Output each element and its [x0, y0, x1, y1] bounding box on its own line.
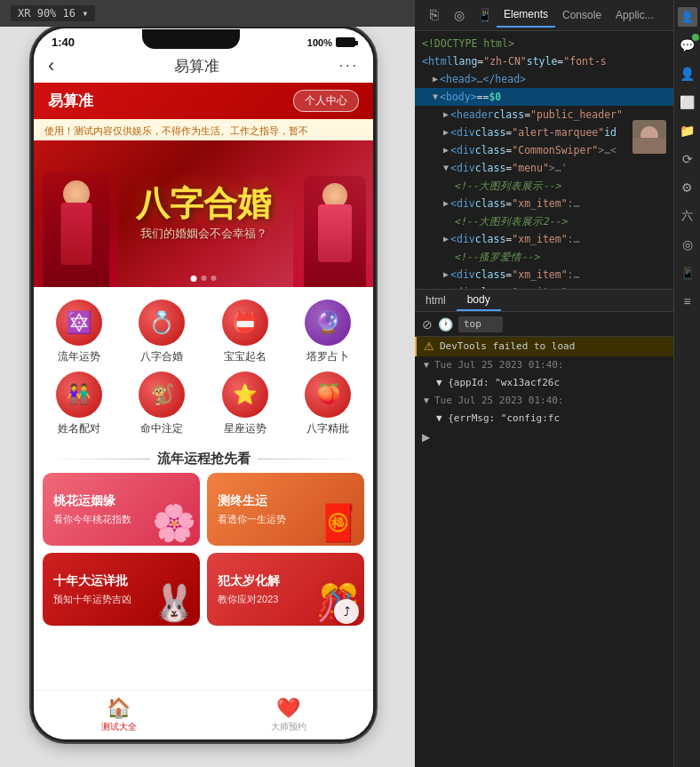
- info-timestamp-2: Tue Jul 25 2023 01:40:: [434, 393, 564, 409]
- warn-text: DevTools failed to load: [440, 339, 575, 355]
- nav-bar: ‹ 易算准 ···: [34, 51, 373, 83]
- nav-more-button[interactable]: ···: [339, 58, 359, 74]
- card-1-title: 测终生运: [218, 493, 286, 509]
- console-timer-icon[interactable]: 🕐: [438, 317, 453, 332]
- console-icon[interactable]: ⊘: [422, 317, 433, 332]
- sidebar-icon-chinese[interactable]: 六: [678, 206, 697, 226]
- menu-item-1[interactable]: 💍 八字合婚: [121, 296, 204, 368]
- card-0-desc: 看你今年桃花指数: [53, 513, 131, 525]
- card-2-icon: 🐰: [152, 582, 196, 624]
- menu-item-0[interactable]: 🔯 流年运势: [37, 296, 121, 368]
- sidebar-icon-box[interactable]: ⬜: [678, 92, 697, 112]
- sidebar-icon-settings[interactable]: ⚙: [678, 178, 697, 197]
- breadcrumb-body[interactable]: body: [457, 290, 501, 311]
- menu-item-5[interactable]: 🐒 命中注定: [121, 368, 204, 440]
- sidebar-icon-chat[interactable]: 💬: [678, 36, 697, 55]
- menu-icon-4: 👫: [56, 372, 102, 418]
- card-2[interactable]: 十年大运详批 预知十年运势吉凶 🐰: [43, 553, 200, 626]
- menu-item-6[interactable]: ⭐ 星座运势: [203, 368, 287, 440]
- console-filter-area: top: [458, 316, 503, 332]
- banner-sub-title: 我们的婚姻会不会幸福？: [140, 226, 267, 242]
- status-right: 100%: [307, 37, 355, 48]
- banner[interactable]: 八字合婚 我们的婚姻会不会幸福？: [34, 140, 373, 287]
- nav-back-button[interactable]: ‹: [48, 54, 54, 77]
- sidebar-icon-folder[interactable]: 📁: [678, 121, 697, 140]
- banner-dots: [191, 276, 217, 282]
- menu-item-3[interactable]: 🔮 塔罗占卜: [287, 296, 370, 368]
- tree-line-head[interactable]: ▶ <head>…</head>: [415, 70, 673, 88]
- menu-icon-1: 💍: [139, 300, 185, 346]
- console-filter-text[interactable]: top: [464, 318, 481, 330]
- menu-item-4[interactable]: 👫 姓名配对: [37, 368, 121, 440]
- tree-line-comment3: <!--搔罗爱情-->: [415, 248, 673, 266]
- tree-line-xm1[interactable]: ▶ <div class="xm_item":…: [415, 195, 673, 212]
- card-0-title: 桃花运姻缘: [53, 493, 131, 509]
- collapse-arrow-2[interactable]: ▼: [422, 393, 431, 409]
- menu-icon-7: 🍑: [305, 372, 351, 418]
- devtools-tab-console[interactable]: Console: [555, 4, 609, 27]
- devtools-tab-elements[interactable]: Elements: [497, 3, 555, 28]
- tab-item-1[interactable]: ❤️ 大师预约: [203, 693, 373, 737]
- banner-content: 八字合婚 我们的婚姻会不会幸福？: [136, 187, 271, 242]
- menu-label-3: 塔罗占卜: [306, 349, 349, 364]
- tree-avatar-area: ▶ <div class="alert-marquee" id: [415, 124, 673, 141]
- sidebar-icon-person[interactable]: 👤: [678, 64, 697, 84]
- card-2-title: 十年大运详批: [53, 573, 131, 589]
- sidebar-icon-phone[interactable]: 📱: [678, 263, 697, 283]
- banner-dot-1[interactable]: [191, 276, 197, 282]
- warn-icon: ⚠: [424, 339, 434, 355]
- menu-item-2[interactable]: 📛 宝宝起名: [203, 296, 287, 368]
- card-0-icon: 🌸: [152, 502, 196, 544]
- tab-label-1: 大师预约: [271, 721, 306, 733]
- sidebar-icon-circle[interactable]: ◎: [678, 235, 697, 254]
- tree-line-xm3[interactable]: ▶ <div class="xm_item":…: [415, 266, 673, 284]
- section-title: 流年运程抢先看: [157, 451, 251, 467]
- tree-line-xm2[interactable]: ▶ <div class="xm_item":…: [415, 230, 673, 248]
- sidebar-icon-avatar[interactable]: 👤: [678, 7, 697, 27]
- banner-figure-right: [293, 167, 373, 287]
- menu-label-5: 命中注定: [140, 421, 183, 436]
- card-2-desc: 预知十年运势吉凶: [53, 593, 131, 605]
- share-button[interactable]: ⤴: [334, 599, 359, 624]
- tree-line-body[interactable]: ▼ <body> == $0: [415, 88, 673, 106]
- sidebar-icon-menu[interactable]: ≡: [678, 292, 697, 311]
- tree-line-comment2: <!--大图列表展示2-->: [415, 212, 673, 230]
- info-content-1[interactable]: ▼ {appId: "wx13acf26c: [436, 377, 560, 388]
- card-1[interactable]: 测终生运 看透你一生运势 🧧: [207, 473, 364, 546]
- devtools-icon-copy[interactable]: ⎘: [422, 3, 447, 28]
- tab-item-0[interactable]: 🏠 测试大全: [34, 693, 203, 737]
- card-0-text: 桃花运姻缘 看你今年桃花指数: [53, 493, 131, 525]
- zoom-level[interactable]: XR 90% 16 ▾: [11, 5, 95, 21]
- console-collapse-row[interactable]: ▶: [415, 427, 673, 446]
- console-toolbar: ⊘ 🕐 top: [415, 312, 673, 337]
- devtools-main: ⎘ ◎ 📱 Elements Console Applic... <!DOCTY…: [415, 0, 673, 767]
- devtools-icon-inspect[interactable]: ◎: [447, 3, 472, 28]
- info-content-2[interactable]: ▼ {errMsg: "config:fc: [436, 412, 560, 424]
- tree-line-menu[interactable]: ▼ <div class="menu">…': [415, 159, 673, 177]
- devtools-tab-applic[interactable]: Applic...: [609, 4, 661, 27]
- card-3-desc: 教你应对2023: [218, 593, 280, 605]
- info-timestamp-1: Tue Jul 25 2023 01:40:: [434, 357, 564, 373]
- tree-line-html[interactable]: <html lang="zh-CN" style="font-s: [415, 52, 673, 70]
- devtools-breadcrumb-bar: html body: [415, 289, 673, 312]
- banner-dot-2[interactable]: [202, 276, 207, 281]
- phone-area: 1:40 100% ‹ 易算准 ··· 易算准 个人中心 使用！测试内容仅供娱乐…: [0, 0, 415, 767]
- sidebar-icon-refresh[interactable]: ⟳: [678, 149, 697, 169]
- devtools-icon-device[interactable]: 📱: [472, 3, 497, 28]
- devtools-toolbar: ⎘ ◎ 📱 Elements Console Applic...: [415, 0, 673, 31]
- tab-icon-0: 🏠: [107, 697, 131, 720]
- menu-label-2: 宝宝起名: [224, 349, 266, 364]
- card-0[interactable]: 桃花运姻缘 看你今年桃花指数 🌸: [43, 473, 200, 546]
- browser-chrome: XR 90% 16 ▾: [0, 0, 415, 27]
- menu-icon-3: 🔮: [305, 300, 351, 346]
- menu-item-7[interactable]: 🍑 八字精批: [287, 368, 370, 440]
- card-3-title: 犯太岁化解: [218, 573, 280, 589]
- tab-icon-1: ❤️: [276, 697, 300, 720]
- banner-dot-3[interactable]: [211, 276, 217, 281]
- red-header: 易算准 个人中心: [34, 83, 373, 119]
- personal-center-button[interactable]: 个人中心: [293, 90, 359, 112]
- devtools-sidebar-icons: 👤 💬 👤 ⬜ 📁 ⟳ ⚙ 六 ◎ 📱 ≡: [673, 0, 700, 767]
- collapse-arrow-1[interactable]: ▼: [422, 357, 431, 373]
- console-info-1: ▼ Tue Jul 25 2023 01:40: ▼ {appId: "wx13…: [415, 356, 673, 392]
- breadcrumb-html[interactable]: html: [415, 290, 457, 311]
